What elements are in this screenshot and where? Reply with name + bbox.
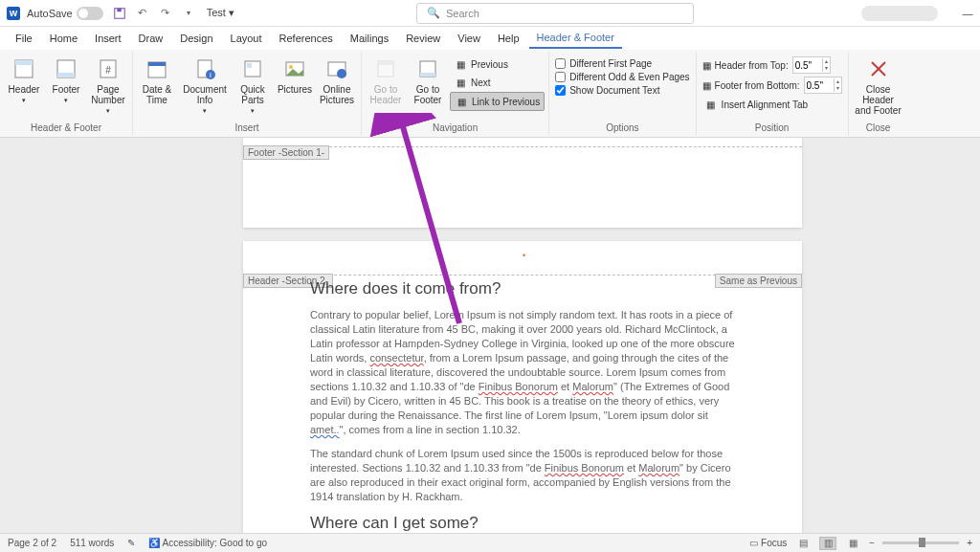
- tab-help[interactable]: Help: [490, 29, 527, 48]
- tab-file[interactable]: File: [8, 29, 40, 48]
- footer-section-label: Footer -Section 1-: [243, 145, 329, 160]
- previous-icon: ▦: [454, 57, 467, 71]
- online-pictures-button[interactable]: Online Pictures: [317, 54, 357, 107]
- link-to-previous-button[interactable]: ▦Link to Previous: [450, 92, 545, 111]
- tab-insert[interactable]: Insert: [87, 29, 129, 48]
- title-bar: W AutoSave ↶ ↷ ▾ Test ▾ 🔍 Search —: [0, 0, 980, 27]
- focus-mode-button[interactable]: ▭ Focus: [749, 538, 787, 548]
- quick-access-toolbar: ↶ ↷ ▾: [111, 5, 197, 22]
- window-controls: —: [861, 6, 974, 21]
- svg-text:i: i: [210, 71, 212, 79]
- svg-rect-5: [57, 73, 75, 77]
- footer-from-bottom[interactable]: ▦Footer from Bottom:▴▾: [701, 76, 844, 95]
- different-odd-even-check[interactable]: Different Odd & Even Pages: [553, 71, 691, 83]
- group-options: Different First Page Different Odd & Eve…: [549, 52, 696, 135]
- different-first-page-check[interactable]: Different First Page: [553, 57, 691, 70]
- previous-button[interactable]: ▦Previous: [450, 55, 545, 73]
- svg-rect-22: [420, 73, 435, 77]
- document-title: Test ▾: [207, 7, 234, 19]
- svg-point-18: [337, 69, 346, 78]
- heading-1: Where does it come from?: [310, 279, 735, 298]
- svg-rect-3: [15, 60, 33, 65]
- svg-rect-20: [378, 61, 393, 65]
- page-indicator[interactable]: Page 2 of 2: [8, 538, 56, 548]
- autosave-toggle[interactable]: [77, 7, 103, 20]
- close-header-footer-button[interactable]: Close Header and Footer: [853, 54, 904, 118]
- page-2[interactable]: • Header -Section 2- Same as Previous Wh…: [243, 241, 802, 533]
- ribbon-tabs: File Home Insert Draw Design Layout Refe…: [0, 27, 980, 50]
- group-header-footer: Header▾ Footer▾ #Page Number▾ Header & F…: [0, 52, 133, 135]
- quick-parts-button[interactable]: Quick Parts▾: [233, 54, 273, 118]
- link-icon: ▦: [455, 95, 468, 108]
- spellcheck-icon[interactable]: ✎: [127, 538, 135, 548]
- save-icon[interactable]: [111, 5, 128, 22]
- minimize-icon[interactable]: —: [961, 8, 974, 19]
- ribbon: Header▾ Footer▾ #Page Number▾ Header & F…: [0, 50, 980, 138]
- svg-text:#: #: [105, 65, 111, 76]
- tab-draw[interactable]: Draw: [131, 29, 171, 48]
- show-document-text-check[interactable]: Show Document Text: [553, 84, 691, 97]
- search-placeholder: Search: [446, 8, 479, 19]
- search-box[interactable]: 🔍 Search: [416, 3, 694, 24]
- word-count[interactable]: 511 words: [70, 538, 114, 548]
- autosave-label: AutoSave: [27, 8, 73, 19]
- group-close: Close Header and Footer Close: [849, 52, 908, 135]
- status-bar: Page 2 of 2 511 words ✎ ♿ Accessibility:…: [0, 533, 980, 552]
- group-position: ▦Header from Top:▴▾ ▦Footer from Bottom:…: [697, 52, 849, 135]
- header-top-input[interactable]: [793, 60, 822, 71]
- accessibility-status[interactable]: ♿ Accessibility: Good to go: [148, 538, 267, 548]
- pictures-button[interactable]: Pictures: [275, 54, 315, 97]
- paragraph-2: The standard chunk of Lorem Ipsum used s…: [310, 447, 735, 504]
- insert-alignment-tab-button[interactable]: ▦Insert Alignment Tab: [701, 96, 844, 113]
- document-body: Where does it come from? Contrary to pop…: [310, 276, 735, 533]
- page-number-button[interactable]: #Page Number▾: [88, 54, 128, 118]
- tab-design[interactable]: Design: [172, 29, 220, 48]
- zoom-out-icon[interactable]: −: [869, 538, 875, 548]
- tab-references[interactable]: References: [272, 29, 341, 48]
- group-label: Header & Footer: [31, 122, 101, 133]
- account-badge[interactable]: [861, 6, 938, 21]
- date-time-button[interactable]: Date & Time: [137, 54, 177, 107]
- group-label: Navigation: [433, 122, 478, 133]
- group-label: Options: [606, 122, 638, 133]
- tab-mailings[interactable]: Mailings: [343, 29, 396, 48]
- next-button[interactable]: ▦Next: [450, 74, 545, 91]
- tab-review[interactable]: Review: [398, 29, 448, 48]
- group-label: Insert: [234, 122, 258, 133]
- svg-point-16: [289, 65, 293, 69]
- goto-header-button: Go to Header: [366, 54, 406, 107]
- group-insert: Date & Time iDocument Info▾ Quick Parts▾…: [133, 52, 362, 135]
- redo-icon[interactable]: ↷: [157, 5, 174, 22]
- group-label: Close: [866, 122, 891, 133]
- next-icon: ▦: [454, 76, 467, 89]
- goto-footer-button[interactable]: Go to Footer: [408, 54, 448, 107]
- search-icon: 🔍: [427, 7, 440, 19]
- tab-home[interactable]: Home: [42, 29, 85, 48]
- zoom-in-icon[interactable]: +: [967, 538, 972, 548]
- autosave[interactable]: AutoSave: [27, 7, 103, 20]
- footer-button[interactable]: Footer▾: [46, 54, 86, 107]
- svg-rect-9: [148, 62, 166, 66]
- group-navigation: Go to Header Go to Footer ▦Previous ▦Nex…: [362, 52, 549, 135]
- svg-rect-1: [117, 8, 121, 11]
- heading-2: Where can I get some?: [310, 514, 735, 533]
- header-from-top[interactable]: ▦Header from Top:▴▾: [701, 55, 844, 75]
- word-icon: W: [6, 6, 21, 21]
- header-button[interactable]: Header▾: [4, 54, 44, 107]
- paragraph-1: Contrary to popular belief, Lorem Ipsum …: [310, 308, 735, 437]
- document-area[interactable]: Footer -Section 1- • Header -Section 2- …: [0, 138, 980, 533]
- web-layout-icon[interactable]: ▦: [844, 537, 861, 550]
- tab-view[interactable]: View: [450, 29, 488, 48]
- footer-bottom-input[interactable]: [805, 80, 834, 91]
- read-mode-icon[interactable]: ▤: [794, 537, 812, 550]
- page-1-footer-strip[interactable]: Footer -Section 1-: [243, 138, 802, 228]
- qat-dropdown-icon[interactable]: ▾: [180, 5, 197, 22]
- tab-layout[interactable]: Layout: [223, 29, 270, 48]
- tab-header-footer[interactable]: Header & Footer: [529, 28, 622, 49]
- print-layout-icon[interactable]: ▥: [819, 537, 836, 550]
- svg-rect-14: [247, 63, 252, 68]
- zoom-slider[interactable]: [882, 541, 959, 544]
- group-label: Position: [755, 122, 790, 133]
- document-info-button[interactable]: iDocument Info▾: [179, 54, 231, 118]
- undo-icon[interactable]: ↶: [134, 5, 151, 22]
